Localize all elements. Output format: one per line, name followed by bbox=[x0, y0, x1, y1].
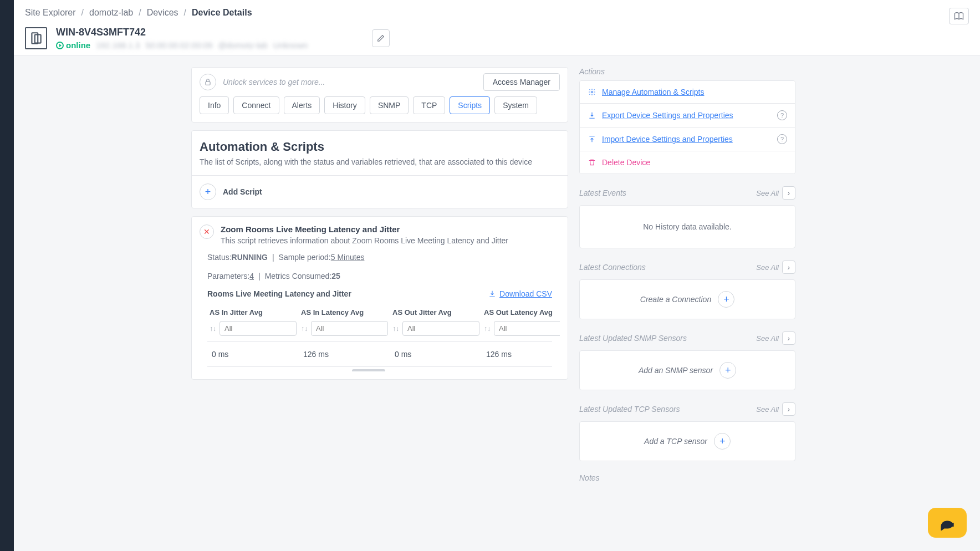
edit-device-button[interactable] bbox=[372, 29, 390, 47]
help-icon[interactable]: ? bbox=[777, 134, 787, 144]
script-title: Zoom Rooms Live Meeting Latency and Jitt… bbox=[221, 225, 508, 234]
table-title: Rooms Live Meeting Latency and Jitter bbox=[207, 289, 351, 298]
filter-input[interactable] bbox=[402, 321, 479, 336]
add-script-label: Add Script bbox=[223, 187, 262, 196]
action-import-settings[interactable]: Import Device Settings and Properties ? bbox=[580, 127, 795, 151]
chevron-right-icon: › bbox=[782, 186, 795, 200]
sample-label: Sample period: bbox=[279, 253, 331, 262]
see-all-connections[interactable]: See All › bbox=[756, 261, 795, 274]
sample-period-link[interactable]: 5 Minutes bbox=[331, 253, 365, 262]
table-cell: 126 ms bbox=[299, 342, 390, 366]
events-title: Latest Events bbox=[579, 188, 626, 197]
col-header: AS Out Latency Avg bbox=[482, 304, 560, 321]
action-label: Export Device Settings and Properties bbox=[602, 111, 733, 120]
help-icon[interactable]: ? bbox=[777, 110, 787, 120]
action-label: Manage Automation & Scripts bbox=[602, 88, 704, 96]
tab-alerts[interactable]: Alerts bbox=[284, 96, 320, 114]
tcp-sensors-title: Latest Updated TCP Sensors bbox=[579, 405, 680, 414]
action-export-settings[interactable]: Export Device Settings and Properties ? bbox=[580, 104, 795, 127]
add-tcp-sensor-button[interactable]: Add a TCP sensor + bbox=[644, 433, 731, 450]
device-vendor: Unknown bbox=[273, 40, 308, 50]
trash-icon bbox=[588, 159, 596, 166]
breadcrumb-current: Device Details bbox=[192, 8, 252, 18]
see-all-snmp[interactable]: See All › bbox=[756, 331, 795, 345]
actions-title: Actions bbox=[579, 67, 795, 76]
remove-script-button[interactable]: ✕ bbox=[200, 225, 214, 239]
download-csv-link[interactable]: Download CSV bbox=[488, 289, 552, 298]
status-label: Status: bbox=[207, 253, 232, 262]
see-all-events[interactable]: See All › bbox=[756, 186, 795, 200]
sort-icon[interactable]: ↑↓ bbox=[392, 325, 399, 333]
access-manager-button[interactable]: Access Manager bbox=[483, 73, 560, 91]
action-delete-device[interactable]: Delete Device bbox=[580, 151, 795, 174]
add-snmp-label: Add an SNMP sensor bbox=[639, 366, 713, 375]
section-title: Automation & Scripts bbox=[200, 140, 560, 154]
create-connection-label: Create a Connection bbox=[640, 295, 711, 304]
connections-title: Latest Connections bbox=[579, 263, 646, 272]
action-manage-scripts[interactable]: Manage Automation & Scripts bbox=[580, 81, 795, 104]
chevron-right-icon: › bbox=[782, 402, 795, 416]
plus-icon: + bbox=[714, 433, 731, 450]
tab-scripts[interactable]: Scripts bbox=[450, 96, 490, 114]
section-desc: The list of Scripts, along with the stat… bbox=[200, 157, 560, 166]
sort-icon[interactable]: ↑↓ bbox=[210, 325, 216, 333]
col-header: AS In Latency Avg bbox=[299, 304, 390, 321]
chat-button[interactable] bbox=[928, 508, 967, 538]
tab-connect[interactable]: Connect bbox=[233, 96, 279, 114]
col-header: AS Out Jitter Avg bbox=[390, 304, 482, 321]
script-desc: This script retrieves information about … bbox=[221, 236, 508, 245]
upload-icon bbox=[588, 135, 596, 143]
see-all-label: See All bbox=[756, 263, 779, 272]
plus-icon: + bbox=[719, 362, 736, 379]
add-tcp-label: Add a TCP sensor bbox=[644, 437, 707, 446]
download-csv-label: Download CSV bbox=[499, 289, 552, 298]
horizontal-scrollbar[interactable] bbox=[207, 367, 552, 371]
svg-rect-2 bbox=[206, 81, 210, 85]
unlock-text: Unlock services to get more... bbox=[223, 78, 325, 86]
chevron-right-icon: › bbox=[782, 261, 795, 274]
breadcrumb-sep: / bbox=[81, 8, 84, 18]
params-link[interactable]: 4 bbox=[249, 272, 254, 280]
svg-point-3 bbox=[591, 91, 593, 93]
filter-input[interactable] bbox=[494, 321, 560, 336]
add-script-button[interactable]: + Add Script bbox=[192, 175, 568, 208]
notes-title: Notes bbox=[579, 473, 795, 482]
add-snmp-sensor-button[interactable]: Add an SNMP sensor + bbox=[639, 362, 736, 379]
breadcrumb-devices[interactable]: Devices bbox=[147, 8, 178, 18]
tab-info[interactable]: Info bbox=[200, 96, 229, 114]
tab-system[interactable]: System bbox=[494, 96, 537, 114]
see-all-label: See All bbox=[756, 405, 779, 414]
snmp-sensors-title: Latest Updated SNMP Sensors bbox=[579, 334, 687, 343]
device-type-icon bbox=[25, 27, 47, 49]
breadcrumb-sep: / bbox=[184, 8, 186, 18]
sort-icon[interactable]: ↑↓ bbox=[301, 325, 308, 333]
tab-tcp[interactable]: TCP bbox=[413, 96, 445, 114]
see-all-label: See All bbox=[756, 189, 779, 197]
device-tabs: Info Connect Alerts History SNMP TCP Scr… bbox=[192, 96, 568, 122]
params-label: Parameters: bbox=[207, 272, 249, 280]
action-label: Import Device Settings and Properties bbox=[602, 135, 733, 144]
device-site: @domotz-lab bbox=[218, 40, 267, 50]
sort-icon[interactable]: ↑↓ bbox=[484, 325, 491, 333]
device-ip: 192.168.1.3 bbox=[96, 40, 140, 50]
table-cell: 0 ms bbox=[207, 342, 299, 366]
create-connection-button[interactable]: Create a Connection + bbox=[640, 291, 734, 308]
device-name: WIN-8V4S3MFT742 bbox=[56, 27, 308, 38]
plus-icon: + bbox=[200, 183, 216, 200]
tab-snmp[interactable]: SNMP bbox=[370, 96, 409, 114]
download-icon bbox=[588, 111, 596, 119]
tab-history[interactable]: History bbox=[324, 96, 365, 114]
see-all-tcp[interactable]: See All › bbox=[756, 402, 795, 416]
status-badge: online bbox=[56, 40, 90, 50]
plus-icon: + bbox=[718, 291, 734, 308]
lock-icon bbox=[200, 74, 216, 90]
filter-input[interactable] bbox=[220, 321, 297, 336]
docs-button[interactable] bbox=[949, 8, 969, 24]
breadcrumb-lab[interactable]: domotz-lab bbox=[89, 8, 133, 18]
page-header: Site Explorer / domotz-lab / Devices / D… bbox=[14, 0, 980, 56]
chevron-right-icon: › bbox=[782, 331, 795, 345]
metrics-value: 25 bbox=[331, 272, 340, 280]
filter-input[interactable] bbox=[311, 321, 388, 336]
breadcrumb-site-explorer[interactable]: Site Explorer bbox=[25, 8, 76, 18]
table-cell: 0 ms bbox=[390, 342, 482, 366]
